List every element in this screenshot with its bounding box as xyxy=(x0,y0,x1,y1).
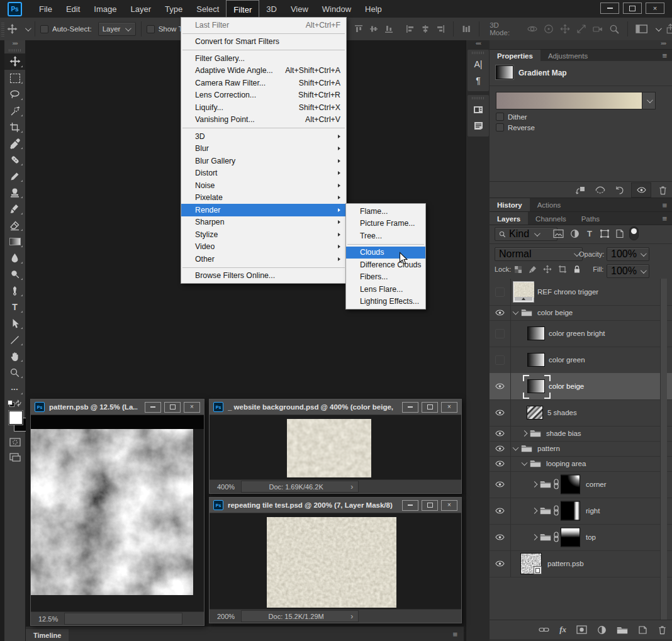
group-row-color-beige[interactable]: color beige xyxy=(490,305,672,321)
3d-orbit-icon[interactable] xyxy=(527,23,538,35)
tool-preset-chevron-icon[interactable] xyxy=(25,25,31,31)
layer-row-ref-chrono-trigger[interactable]: REF chrono trigger xyxy=(490,279,672,306)
quick-mask-button[interactable] xyxy=(4,435,25,450)
expand-chevron-icon[interactable] xyxy=(532,481,538,488)
character-panel-button[interactable]: A| xyxy=(468,56,489,72)
type-tool[interactable]: T xyxy=(4,299,25,315)
new-group-button[interactable] xyxy=(617,626,628,634)
paragraph-styles-panel-button[interactable] xyxy=(468,118,489,134)
visibility-toggle[interactable] xyxy=(490,498,511,524)
tab-actions[interactable]: Actions xyxy=(530,198,569,212)
3d-camera-icon[interactable] xyxy=(592,23,603,35)
visibility-toggle[interactable] xyxy=(490,456,511,471)
collapse-panels-icon[interactable]: »» xyxy=(490,40,672,49)
menu-edit[interactable]: Edit xyxy=(59,0,87,18)
menu-item-camera-raw-filter[interactable]: Camera Raw Filter...Shift+Ctrl+A xyxy=(181,77,346,89)
menu-filter[interactable]: Filter xyxy=(226,0,259,18)
visibility-toggle[interactable] xyxy=(490,524,511,550)
menu-item-noise[interactable]: Noise xyxy=(181,179,346,192)
layer-thumbnail[interactable] xyxy=(527,353,545,367)
layer-thumbnail[interactable] xyxy=(527,406,543,420)
mask-thumbnail[interactable] xyxy=(561,475,580,494)
menu-layer[interactable]: Layer xyxy=(124,0,159,18)
swap-colors-icon[interactable] xyxy=(14,399,22,407)
doc-close-button[interactable]: × xyxy=(441,402,457,413)
app-maximize-button[interactable] xyxy=(623,3,642,14)
menu-3d[interactable]: 3D xyxy=(259,0,284,18)
group-row-right[interactable]: right xyxy=(490,498,672,525)
menu-item-flame[interactable]: Flame... xyxy=(346,205,425,218)
visibility-toggle[interactable] xyxy=(490,305,511,320)
doc-minimize-button[interactable] xyxy=(402,402,418,413)
doc-maximize-button[interactable] xyxy=(422,500,438,511)
menu-item-stylize[interactable]: Stylize xyxy=(181,228,346,241)
menu-item-video[interactable]: Video xyxy=(181,241,346,254)
auto-select-target-dropdown[interactable]: Layer xyxy=(98,22,136,36)
share-icon[interactable] xyxy=(665,23,672,35)
visibility-toggle[interactable] xyxy=(490,471,511,498)
hand-tool[interactable] xyxy=(4,348,25,364)
menu-item-render[interactable]: Render xyxy=(181,204,346,216)
add-layer-mask-button[interactable] xyxy=(576,625,587,634)
menu-item-last-filter[interactable]: Last Filter Alt+Ctrl+F xyxy=(181,19,346,31)
line-tool[interactable] xyxy=(4,332,25,348)
auto-select-checkbox[interactable] xyxy=(40,25,48,33)
menu-item-picture-frame[interactable]: Picture Frame... xyxy=(346,218,425,230)
align-horizontal-centers-icon[interactable] xyxy=(420,24,430,34)
expand-panels-icon[interactable]: «« xyxy=(466,40,490,48)
zoom-level[interactable]: 400% xyxy=(217,483,235,491)
menu-select[interactable]: Select xyxy=(189,0,226,18)
collapse-chevron-icon[interactable] xyxy=(513,445,519,451)
menu-item-clouds[interactable]: Clouds xyxy=(346,247,425,259)
eyedropper-tool[interactable] xyxy=(4,135,25,152)
doc-close-button[interactable]: × xyxy=(441,500,457,511)
opacity-field[interactable]: 100% xyxy=(607,247,649,261)
smart-object-thumbnail[interactable] xyxy=(520,553,542,574)
layer-row-color-green-bright[interactable]: color green bright xyxy=(490,320,672,347)
doc-minimize-button[interactable] xyxy=(145,402,161,413)
visibility-toggle[interactable] xyxy=(490,441,511,456)
visibility-toggle[interactable] xyxy=(490,279,511,305)
lasso-tool[interactable] xyxy=(4,86,25,103)
pencil-tool[interactable] xyxy=(4,168,25,184)
menu-item-distort[interactable]: Distort xyxy=(181,167,346,180)
layer-thumbnail[interactable] xyxy=(513,281,534,303)
menu-item-sharpen[interactable]: Sharpen xyxy=(181,216,346,229)
group-row-looping-area[interactable]: looping area xyxy=(490,456,672,472)
dodge-tool[interactable] xyxy=(4,266,25,282)
options-grip[interactable] xyxy=(1,21,4,36)
pen-tool[interactable] xyxy=(4,282,25,299)
reverse-checkbox[interactable] xyxy=(496,123,504,131)
paragraph-panel-button[interactable]: ¶ xyxy=(468,72,489,89)
menu-item-lens-flare[interactable]: Lens Flare... xyxy=(346,283,425,296)
layer-row-color-green[interactable]: color green xyxy=(490,347,672,374)
workspace-chevron-icon[interactable] xyxy=(656,25,662,31)
document-titlebar[interactable]: Ps pattern.psb @ 12.5% (La... × xyxy=(31,399,204,415)
gradient-editor-bar[interactable] xyxy=(496,92,656,109)
visibility-toggle[interactable] xyxy=(490,373,511,399)
zoom-level[interactable]: 12.5% xyxy=(38,615,58,623)
link-layers-button[interactable] xyxy=(539,626,549,633)
filter-smart-objects-button[interactable] xyxy=(613,227,627,240)
menu-help[interactable]: Help xyxy=(358,0,389,18)
timeline-tab[interactable]: Timeline xyxy=(26,629,69,641)
clone-stamp-tool[interactable] xyxy=(4,184,25,201)
workspace-panel-icon[interactable] xyxy=(636,24,648,34)
menu-item-convert-for-smart-filters[interactable]: Convert for Smart Filters xyxy=(181,36,346,48)
show-transform-checkbox[interactable] xyxy=(147,25,155,33)
tab-channels[interactable]: Channels xyxy=(528,212,574,225)
visibility-toggle[interactable] xyxy=(490,426,511,441)
lock-pixels-icon[interactable] xyxy=(529,265,537,274)
tab-adjustments[interactable]: Adjustments xyxy=(540,50,595,62)
filter-pixel-layers-button[interactable] xyxy=(551,227,565,240)
spot-healing-brush-tool[interactable] xyxy=(4,152,25,168)
toggle-visibility-button[interactable] xyxy=(631,182,651,198)
document-canvas[interactable] xyxy=(210,415,461,479)
menu-item-liquify[interactable]: Liquify...Shift+Ctrl+X xyxy=(181,101,346,114)
doc-info-box[interactable] xyxy=(64,613,182,625)
align-right-edges-icon[interactable] xyxy=(435,24,445,34)
mask-thumbnail[interactable] xyxy=(561,528,580,547)
filter-toggle[interactable] xyxy=(629,226,639,240)
delete-layer-button[interactable] xyxy=(658,625,667,635)
collapse-chevron-icon[interactable] xyxy=(513,309,519,315)
